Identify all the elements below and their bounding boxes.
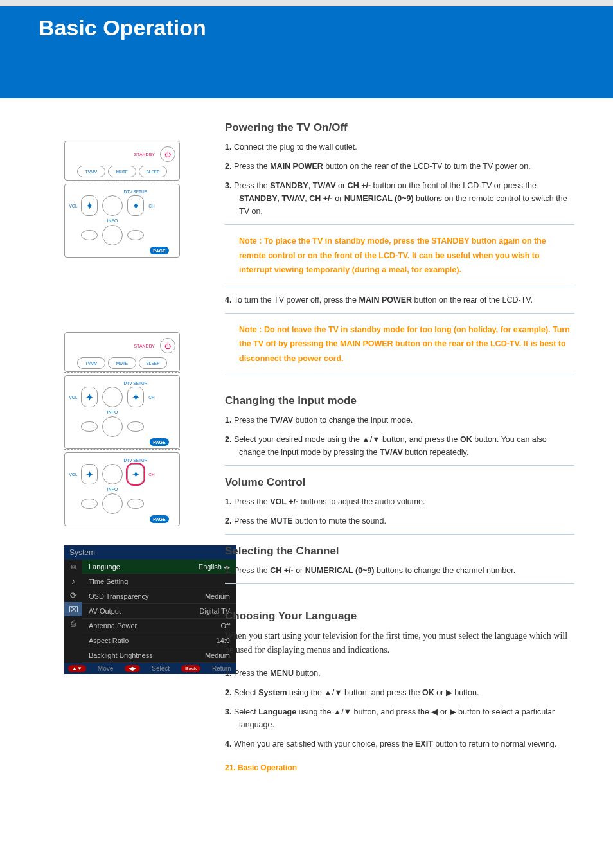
page-pill: PAGE (150, 515, 169, 523)
oval-right (127, 499, 144, 509)
osd-row: Backlight BrightnessMedium (82, 648, 236, 663)
remote-dpad-3: DTV SETUP VOL ✦ ✦ CH INFO PAGE (64, 452, 180, 526)
vol-rocker: ✦ (81, 195, 98, 216)
system-icon: ⌧ (64, 602, 82, 616)
page-title: Basic Operation (39, 15, 574, 40)
page-footer: 21. Basic Operation (225, 757, 574, 792)
dash-separator (64, 449, 180, 450)
select-badge: ◀▶ (125, 665, 140, 672)
language-step-3: 3. Select Language using the ▲/▼ button,… (225, 705, 574, 731)
osd-row-label: Backlight Brightness (89, 651, 153, 659)
page-pill: PAGE (150, 438, 169, 446)
osd-row: OSD TransparencyMedium (82, 589, 236, 604)
ch-rocker: ✦ (127, 195, 144, 216)
dash-separator (64, 372, 180, 373)
divider (225, 534, 574, 535)
power-note-2: Note : Do not leave the TV in standby mo… (225, 317, 574, 371)
remote-dpad-2: DTV SETUP VOL ✦ ✦ CH INFO PAGE (64, 375, 180, 449)
osd-row: Time Setting (82, 574, 236, 589)
mute-button: MUTE (108, 357, 136, 369)
setup-icon: ⟳ (64, 588, 82, 602)
remote-dpad-1: DTV SETUP VOL ✦ ✦ CH INFO PAGE (64, 184, 180, 258)
osd-row: AV OutputDigital TV (82, 604, 236, 619)
oval-right (127, 230, 144, 240)
divider (225, 465, 574, 466)
vol-label: VOL (69, 472, 77, 477)
osd-header: System (64, 545, 236, 560)
osd-row-label: Antenna Power (89, 622, 137, 630)
osd-category-icons: ⧈ ♪ ⟳ ⌧ ⎙ (64, 560, 82, 663)
info-label: INFO (107, 410, 118, 414)
volume-step-1: 1. Press the VOL +/- buttons to adjust t… (225, 495, 574, 508)
section-title-volume: Volume Control (225, 476, 574, 489)
section-title-input: Changing the Input mode (225, 394, 574, 407)
dash-separator (64, 181, 180, 181)
dtv-setup-label: DTV SETUP (69, 381, 147, 385)
tvav-button: TV/AV (77, 166, 105, 177)
ch-label: CH (148, 472, 154, 477)
banner: Basic Operation (0, 0, 613, 98)
power-step-2: 2. Press the MAIN POWER button on the re… (225, 160, 574, 173)
picture-icon: ⧈ (64, 560, 82, 574)
ch-label: CH (148, 395, 154, 400)
standby-label: STANDBY (69, 344, 157, 348)
oval-left (81, 421, 98, 432)
sleep-button: SLEEP (139, 357, 167, 369)
volume-step-2: 2. Press the MUTE button to mute the sou… (225, 515, 574, 527)
power-step-1: 1. Connect the plug to the wall outlet. (225, 141, 574, 154)
ch-rocker: ✦ (127, 464, 144, 484)
right-column: Powering the TV On/Off 1. Connect the pl… (225, 111, 574, 792)
language-intro: When you start using your television for… (225, 629, 574, 658)
back-badge: Back (181, 665, 200, 672)
channel-step-1: 1. Press the CH +/- or NUMERICAL (0~9) b… (225, 564, 574, 577)
standby-label: STANDBY (69, 152, 157, 157)
software-icon: ⎙ (64, 616, 82, 630)
move-badge: ▲▼ (68, 665, 86, 672)
power-note-1: Note : To place the TV in standby mode, … (225, 229, 574, 283)
power-icon: ⏻ (160, 146, 175, 162)
osd-row-label: AV Output (89, 607, 121, 615)
osd-row-label: Aspect Ratio (89, 637, 129, 644)
divider (225, 313, 574, 314)
osd-row-label: OSD Transparency (89, 592, 149, 600)
ch-label: CH (148, 204, 154, 208)
power-icon: ⏻ (160, 338, 175, 353)
remote-top-1: STANDBY ⏻ TV/AV MUTE SLEEP (64, 141, 180, 181)
section-title-language: Choosing Your Language (225, 610, 574, 623)
osd-row: Aspect Ratio14:9 (82, 633, 236, 648)
dpad-down (102, 493, 123, 514)
divider (225, 583, 574, 584)
oval-left (81, 230, 98, 240)
dtv-setup-label: DTV SETUP (69, 458, 147, 463)
page-pill: PAGE (150, 247, 169, 254)
input-step-2: 2. Select your desired mode using the ▲/… (225, 433, 574, 459)
sleep-button: SLEEP (139, 166, 167, 177)
dpad-down (102, 225, 123, 245)
oval-left (81, 499, 98, 509)
language-step-4: 4. When you are satisfied with your choi… (225, 738, 574, 750)
dpad-up (102, 464, 123, 484)
osd-footer: ▲▼ Move ◀▶ Select Back Return (64, 663, 236, 674)
vol-rocker: ✦ (81, 387, 98, 407)
vol-rocker: ✦ (81, 464, 98, 484)
document-page: Basic Operation STANDBY ⏻ TV/AV MUTE SLE… (0, 0, 613, 811)
power-step-3: 3. Press the STANDBY, TV/AV or CH +/- bu… (225, 179, 574, 218)
vol-label: VOL (69, 395, 77, 400)
oval-right (127, 421, 144, 432)
osd-row-label: Language (89, 563, 120, 571)
tvav-button: TV/AV (77, 357, 105, 369)
dpad-up (102, 387, 123, 407)
left-column: STANDBY ⏻ TV/AV MUTE SLEEP DTV SETUP VOL… (39, 111, 225, 792)
osd-row: LanguageEnglish ◂▸ (82, 560, 236, 574)
ch-rocker: ✦ (127, 387, 144, 407)
language-step-1: 1. Press the MENU button. (225, 667, 574, 680)
select-label: Select (152, 665, 170, 672)
section-title-channel: Selecting the Channel (225, 545, 574, 558)
osd-list: LanguageEnglish ◂▸Time SettingOSD Transp… (82, 560, 236, 663)
divider (225, 224, 574, 225)
remote-top-2: STANDBY ⏻ TV/AV MUTE SLEEP (64, 332, 180, 372)
dpad-down (102, 416, 123, 437)
dtv-setup-label: DTV SETUP (69, 190, 147, 194)
sound-icon: ♪ (64, 574, 82, 588)
info-label: INFO (107, 218, 118, 223)
